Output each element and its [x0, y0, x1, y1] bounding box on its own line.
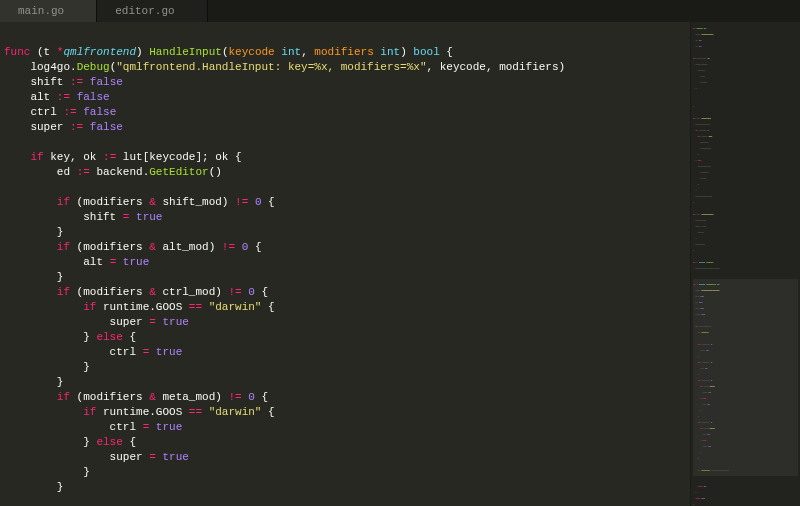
code-token: keycode	[229, 46, 282, 58]
tab-editor-go[interactable]: editor.go	[97, 0, 207, 22]
code-token: !=	[222, 241, 235, 253]
code-token: {	[261, 301, 274, 313]
code-token: ctrl	[4, 106, 63, 118]
code-token: (modifiers	[70, 196, 149, 208]
code-token: ()	[209, 166, 222, 178]
code-token: &	[149, 391, 156, 403]
tab-bar: main.go editor.go	[0, 0, 800, 22]
code-token: runtime.GOOS	[96, 406, 188, 418]
code-token	[235, 241, 242, 253]
code-token: bool	[413, 46, 439, 58]
code-token: {	[123, 331, 136, 343]
code-token: :=	[70, 121, 83, 133]
code-token: if	[30, 151, 43, 163]
code-token: {	[248, 241, 261, 253]
code-token: :=	[63, 106, 76, 118]
code-token: !=	[228, 286, 241, 298]
code-token	[149, 421, 156, 433]
code-token: ctrl_mod)	[156, 286, 229, 298]
code-token: else	[96, 331, 122, 343]
code-token: "darwin"	[209, 406, 262, 418]
code-token: )	[400, 46, 413, 58]
code-token: false	[77, 91, 110, 103]
code-token: key, ok	[44, 151, 103, 163]
code-token	[4, 151, 30, 163]
code-token: :=	[70, 76, 83, 88]
code-token: "qmlfrontend.HandleInput: key=%x, modifi…	[116, 61, 426, 73]
code-editor[interactable]: func (t *qmlfrontend) HandleInput(keycod…	[0, 22, 690, 506]
code-token: true	[162, 451, 188, 463]
code-token	[4, 241, 57, 253]
code-token: }	[4, 376, 63, 388]
code-token: false	[90, 121, 123, 133]
code-token: :=	[103, 151, 116, 163]
code-token: if	[83, 406, 96, 418]
code-token: false	[90, 76, 123, 88]
code-token: ==	[189, 301, 202, 313]
code-token: )	[136, 46, 149, 58]
code-token: }	[4, 436, 96, 448]
code-token: }	[4, 271, 63, 283]
code-token: (modifiers	[70, 286, 149, 298]
code-token: backend.	[90, 166, 149, 178]
code-token: super	[4, 316, 149, 328]
code-token	[4, 286, 57, 298]
code-token: }	[4, 361, 90, 373]
code-token: }	[4, 226, 63, 238]
code-token: Debug	[77, 61, 110, 73]
code-token: {	[255, 391, 268, 403]
code-token: log4go.	[4, 61, 77, 73]
code-token: ctrl	[4, 346, 143, 358]
code-token: &	[149, 241, 156, 253]
code-token: alt	[4, 91, 57, 103]
code-token: alt	[4, 256, 110, 268]
code-token: true	[156, 346, 182, 358]
code-token: 0	[248, 286, 255, 298]
code-token: lut[keycode]; ok {	[116, 151, 241, 163]
code-token: runtime.GOOS	[96, 301, 188, 313]
code-token	[149, 346, 156, 358]
code-token: ,	[301, 46, 314, 58]
code-token: shift_mod)	[156, 196, 235, 208]
code-token: =	[149, 316, 156, 328]
code-token: true	[162, 316, 188, 328]
code-token: int	[380, 46, 400, 58]
code-token	[4, 196, 57, 208]
editor-area: func (t *qmlfrontend) HandleInput(keycod…	[0, 22, 800, 506]
code-token: {	[123, 436, 136, 448]
code-token: if	[57, 391, 70, 403]
code-token: "darwin"	[209, 301, 262, 313]
code-token	[4, 301, 83, 313]
code-token: =	[149, 451, 156, 463]
code-token: true	[156, 421, 182, 433]
code-token: alt_mod)	[156, 241, 222, 253]
code-token	[202, 406, 209, 418]
code-token: {	[261, 196, 274, 208]
code-token: modifiers	[314, 46, 380, 58]
code-token: if	[83, 301, 96, 313]
code-token: {	[440, 46, 453, 58]
code-token: {	[261, 406, 274, 418]
minimap[interactable]: ▬▬ ▬▬▬▬▬ ▬▬ ▬▬▬▬ ▬▬▬▬▬▬▬▬▬▬ ▬▬ ▬▬ ▬▬ ▬▬ …	[690, 22, 800, 506]
code-token: , keycode, modifiers)	[427, 61, 566, 73]
code-token	[83, 121, 90, 133]
code-token: :=	[77, 166, 90, 178]
code-token: true	[123, 256, 149, 268]
code-token: &	[149, 196, 156, 208]
code-token: ed	[4, 166, 77, 178]
code-token: HandleInput	[149, 46, 222, 58]
code-token: (modifiers	[70, 391, 149, 403]
tab-main-go[interactable]: main.go	[0, 0, 97, 22]
code-token: GetEditor	[149, 166, 208, 178]
code-token: qmlfrontend	[63, 46, 136, 58]
code-token: :=	[57, 91, 70, 103]
code-token: (modifiers	[70, 241, 149, 253]
code-token	[116, 256, 123, 268]
code-token: meta_mod)	[156, 391, 229, 403]
code-token: if	[57, 241, 70, 253]
code-token: true	[136, 211, 162, 223]
code-token: int	[281, 46, 301, 58]
code-token: !=	[235, 196, 248, 208]
code-token	[4, 406, 83, 418]
code-token: false	[83, 106, 116, 118]
